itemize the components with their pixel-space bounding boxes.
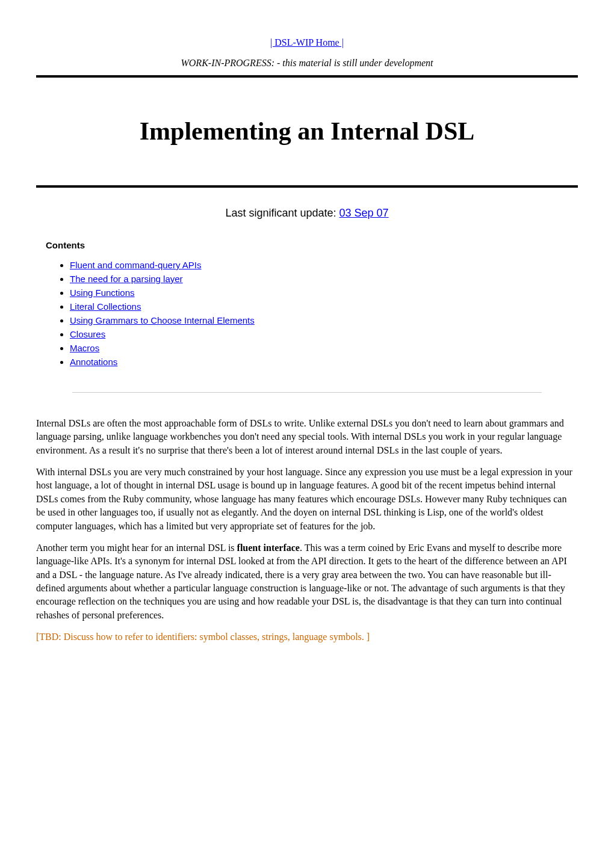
toc-item: Closures: [70, 328, 299, 340]
toc-link-parsing[interactable]: The need for a parsing layer: [70, 274, 183, 284]
page-title: Implementing an Internal DSL: [36, 114, 578, 149]
wip-notice: WORK-IN-PROGRESS: - this material is sti…: [36, 57, 578, 70]
toc-item: Macros: [70, 342, 299, 354]
tbd-note: [TBD: Discuss how to refer to identifier…: [36, 630, 578, 644]
toc-link-functions[interactable]: Using Functions: [70, 288, 135, 298]
toc-item: Fluent and command-query APIs: [70, 259, 299, 271]
divider-top: [36, 75, 578, 78]
home-link[interactable]: | DSL-WIP Home |: [270, 37, 344, 48]
toc-link-annotations[interactable]: Annotations: [70, 357, 117, 367]
paragraph-1: Internal DSLs are often the most approac…: [36, 417, 578, 457]
update-date-link[interactable]: 03 Sep 07: [340, 207, 389, 219]
toc-link-literal[interactable]: Literal Collections: [70, 301, 141, 312]
toc-item: Using Functions: [70, 286, 299, 299]
toc-item: Literal Collections: [70, 300, 299, 313]
toc-list: Fluent and command-query APIs The need f…: [36, 259, 299, 368]
toc-link-fluent[interactable]: Fluent and command-query APIs: [70, 260, 201, 270]
update-prefix: Last significant update:: [225, 207, 339, 219]
divider-light: [72, 392, 542, 393]
p3-post: . This was a term coined by Eric Evans a…: [36, 543, 567, 620]
update-line: Last significant update: 03 Sep 07: [36, 206, 578, 221]
toc-link-macros[interactable]: Macros: [70, 343, 99, 353]
divider-after-title: [36, 185, 578, 188]
toc-link-grammars[interactable]: Using Grammars to Choose Internal Elemen…: [70, 315, 255, 325]
p3-bold: fluent interface: [237, 543, 300, 553]
p3-pre: Another term you might hear for an inter…: [36, 543, 237, 553]
toc-item: Annotations: [70, 356, 299, 368]
paragraph-2: With internal DSLs you are very much con…: [36, 466, 578, 533]
paragraph-3: Another term you might hear for an inter…: [36, 541, 578, 622]
contents-header: Contents: [46, 239, 578, 251]
toc-item: Using Grammars to Choose Internal Elemen…: [70, 314, 299, 327]
toc-link-closures[interactable]: Closures: [70, 329, 105, 339]
top-nav: | DSL-WIP Home |: [36, 36, 578, 49]
toc-item: The need for a parsing layer: [70, 272, 299, 285]
